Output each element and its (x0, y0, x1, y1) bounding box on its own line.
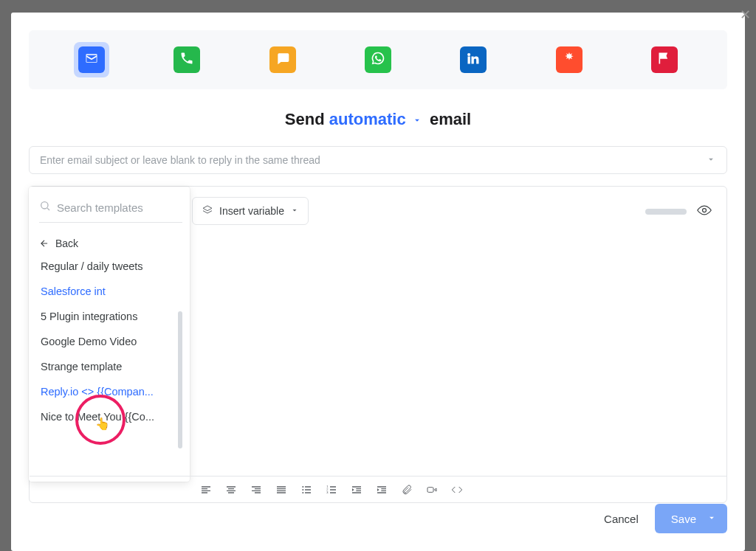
progress-pill (645, 209, 687, 215)
format-toolbar: 123 (30, 476, 726, 502)
phone-icon (179, 51, 194, 69)
template-item[interactable]: Salesforce int (39, 279, 172, 304)
template-search-input[interactable] (57, 201, 190, 214)
bullet-list-icon[interactable] (300, 483, 313, 496)
channel-whatsapp[interactable] (360, 42, 396, 77)
attachment-icon[interactable] (400, 483, 413, 496)
cancel-button[interactable]: Cancel (599, 507, 643, 531)
editor-area[interactable]: Insert variable (29, 186, 727, 503)
chevron-down-icon (706, 154, 716, 167)
svg-point-6 (302, 492, 303, 493)
chevron-down-icon (707, 513, 717, 525)
headline-suffix: email (430, 110, 471, 128)
svg-point-0 (703, 209, 707, 212)
subject-placeholder: Enter email subject or leave blank to re… (40, 154, 320, 166)
svg-text:3: 3 (326, 491, 329, 494)
whatsapp-icon (371, 51, 385, 69)
save-button[interactable]: Save (655, 504, 727, 533)
template-list: Regular / daily tweets Salesforce int 5 … (39, 254, 182, 450)
template-back-button[interactable]: Back (39, 238, 182, 249)
close-icon[interactable]: ✕ (740, 7, 751, 23)
save-label: Save (671, 513, 696, 525)
back-label: Back (55, 238, 78, 249)
preview-icon[interactable] (697, 203, 712, 221)
channel-call[interactable] (169, 42, 205, 77)
template-picker: Back Regular / daily tweets Salesforce i… (29, 187, 190, 482)
subject-input[interactable]: Enter email subject or leave blank to re… (29, 146, 727, 174)
svg-point-4 (302, 486, 303, 488)
chat-icon (275, 51, 290, 69)
svg-line-2 (47, 208, 49, 210)
linkedin-icon (466, 51, 481, 69)
template-item[interactable]: Reply.io <> {{Compan... (39, 379, 172, 404)
insert-variable-label: Insert variable (219, 205, 284, 217)
template-item[interactable]: Regular / daily tweets (39, 254, 172, 279)
flag-icon (657, 51, 672, 69)
chevron-down-icon (290, 205, 299, 217)
layers-icon (202, 204, 213, 218)
template-item[interactable]: Google Demo Video (39, 329, 172, 354)
channel-sms[interactable] (265, 42, 300, 77)
channel-linkedin[interactable] (456, 42, 491, 77)
headline-prefix: Send (285, 110, 329, 128)
zapier-icon (562, 51, 577, 69)
channel-selector (29, 30, 727, 89)
video-icon[interactable] (425, 483, 439, 496)
channel-zapier[interactable] (551, 42, 587, 77)
numbered-list-icon[interactable]: 123 (325, 483, 338, 496)
align-left-icon[interactable] (199, 483, 213, 496)
channel-email[interactable] (74, 42, 109, 77)
svg-point-5 (302, 489, 303, 491)
template-item[interactable]: 5 Plugin integrations (39, 304, 172, 329)
indent-increase-icon[interactable] (375, 483, 388, 496)
align-justify-icon[interactable] (275, 483, 288, 496)
mode-dropdown[interactable]: automatic (329, 110, 430, 128)
svg-rect-10 (427, 487, 433, 492)
chevron-down-icon (412, 111, 422, 130)
email-icon (84, 51, 99, 69)
step-headline: Send automatic email (29, 110, 727, 130)
code-icon[interactable] (450, 483, 464, 496)
align-right-icon[interactable] (250, 483, 263, 496)
align-center-icon[interactable] (224, 483, 238, 496)
indent-decrease-icon[interactable] (350, 483, 363, 496)
compose-step-modal: ✕ (11, 13, 745, 551)
channel-task[interactable] (647, 42, 682, 77)
svg-point-1 (41, 202, 48, 209)
insert-variable-button[interactable]: Insert variable (192, 197, 309, 225)
search-icon (39, 200, 51, 215)
template-item[interactable]: Strange template (39, 354, 172, 379)
template-item[interactable]: Nice to Meet You {{Co... (39, 404, 172, 429)
scrollbar[interactable] (178, 311, 182, 448)
